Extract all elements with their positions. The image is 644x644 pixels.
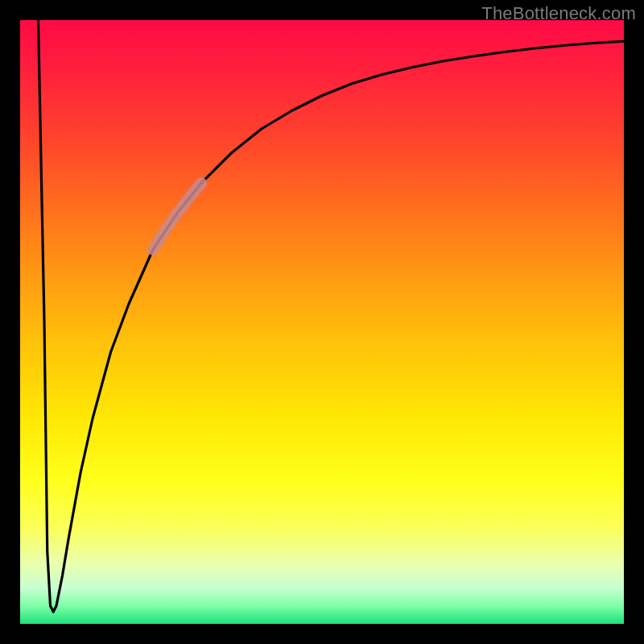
- gradient-plot-area: [20, 20, 624, 624]
- curve-svg: [20, 20, 624, 624]
- watermark-label: TheBottleneck.com: [481, 3, 636, 24]
- bottleneck-curve-path: [39, 20, 625, 612]
- chart-frame: TheBottleneck.com: [0, 0, 644, 644]
- highlight-segment-path: [153, 184, 201, 250]
